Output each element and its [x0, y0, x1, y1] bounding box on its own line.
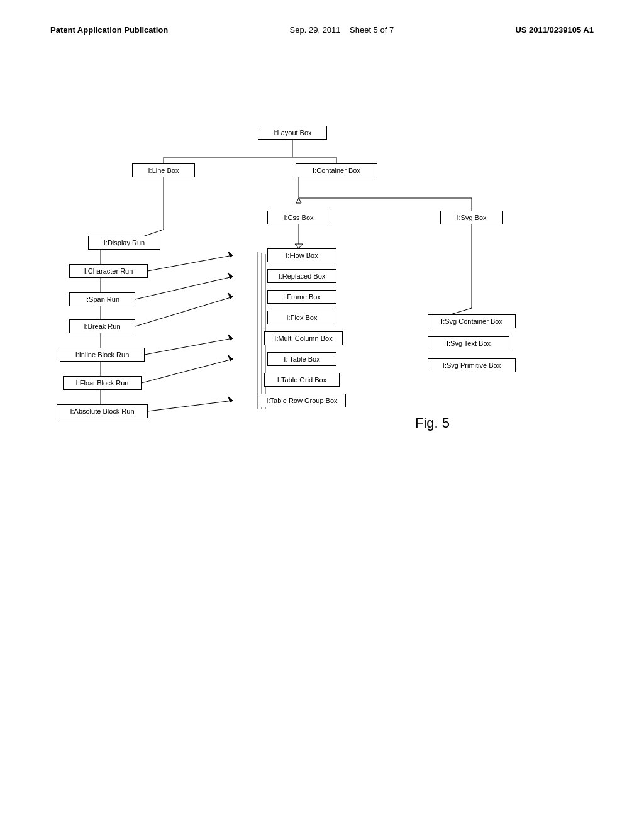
svg-primitive-box: I:Svg Primitive Box — [428, 358, 516, 372]
container-box: I:Container Box — [296, 163, 377, 177]
svg-line-33 — [142, 359, 233, 383]
header-right: US 2011/0239105 A1 — [515, 25, 594, 35]
svg-marker-9 — [296, 198, 301, 203]
frame-box: I:Frame Box — [267, 290, 336, 304]
svg-marker-35 — [228, 252, 233, 257]
header-center: Sep. 29, 2011 Sheet 5 of 7 — [290, 25, 394, 35]
pub-date: Sep. 29, 2011 — [290, 25, 341, 35]
svg-line-30 — [135, 277, 233, 299]
svg-line-32 — [145, 338, 233, 355]
inline-block-run: I:Inline Block Run — [60, 348, 145, 362]
table-box: I: Table Box — [267, 352, 336, 366]
svg-marker-38 — [228, 335, 233, 340]
svg-line-31 — [135, 297, 233, 326]
replaced-box: I:Replaced Box — [267, 269, 336, 283]
break-run: I:Break Run — [69, 319, 135, 333]
css-box: I:Css Box — [267, 211, 330, 224]
layout-box: I:Layout Box — [258, 126, 327, 140]
svg-box: I:Svg Box — [440, 211, 503, 224]
flex-box: I:Flex Box — [267, 311, 336, 324]
svg-marker-37 — [228, 293, 233, 299]
svg-marker-40 — [228, 397, 233, 402]
svg-line-29 — [148, 255, 233, 271]
absolute-block-run: I:Absolute Block Run — [57, 404, 148, 418]
table-grid-box: I:Table Grid Box — [264, 373, 340, 387]
diagram-area: I:Layout Box I:Line Box I:Container Box … — [50, 126, 591, 616]
fig-label: Fig. 5 — [415, 415, 450, 431]
table-row-group-box: I:Table Row Group Box — [258, 394, 346, 407]
span-run: I:Span Run — [69, 292, 135, 306]
svg-line-34 — [148, 401, 233, 411]
page-header: Patent Application Publication Sep. 29, … — [0, 25, 644, 35]
svg-text-box: I:Svg Text Box — [428, 336, 509, 350]
header-left: Patent Application Publication — [50, 25, 168, 35]
float-block-run: I:Float Block Run — [63, 376, 142, 390]
flow-box: I:Flow Box — [267, 248, 336, 262]
svg-marker-39 — [228, 355, 233, 361]
multi-column-box: I:Multi Column Box — [264, 331, 343, 345]
sheet-info: Sheet 5 of 7 — [350, 25, 394, 35]
svg-marker-11 — [295, 244, 303, 248]
line-box: I:Line Box — [132, 163, 195, 177]
svg-marker-36 — [228, 273, 233, 279]
display-run: I:Display Run — [88, 236, 160, 250]
character-run: I:Character Run — [69, 264, 148, 278]
svg-container-box: I:Svg Container Box — [428, 314, 516, 328]
